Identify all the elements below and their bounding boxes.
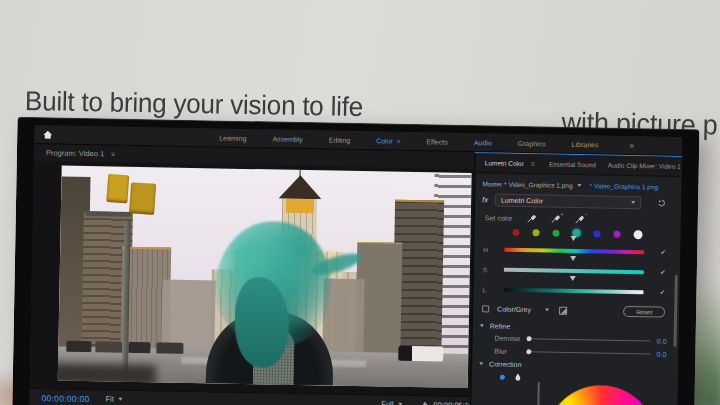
tower-spike (299, 170, 300, 178)
car (157, 343, 184, 354)
workspace-tab-color-label: Color (376, 137, 393, 144)
plus-mark: + (561, 211, 564, 217)
tab-essential-sound[interactable]: Essential Sound (549, 161, 596, 169)
blur-label: Blur (494, 348, 524, 356)
refine-label: Refine (490, 322, 510, 329)
swatch-green[interactable] (553, 229, 560, 236)
wheel-fader[interactable] (537, 382, 540, 405)
chevron-down-icon (631, 201, 635, 204)
saturation-slider-row: S ✓ (474, 260, 680, 282)
invert-mask-icon[interactable] (559, 306, 567, 314)
right-panel-tabs: Lumetri Color ≡ Essential Sound Audio Cl… (476, 153, 682, 177)
workspace-tab-audio[interactable]: Audio (461, 139, 505, 147)
tab-lumetri-color[interactable]: Lumetri Color (485, 159, 524, 167)
workspace-tab-assembly[interactable]: Assembly (259, 135, 315, 143)
playback-resolution-value: Full (381, 399, 393, 405)
chevron-down-icon[interactable] (578, 184, 582, 187)
zoom-level-select[interactable]: Fit (105, 394, 123, 403)
tower-roof (278, 175, 321, 199)
effect-row: fx Lumetri Color (475, 192, 681, 211)
hue-slider-handle[interactable] (570, 241, 578, 255)
denoise-value[interactable]: 0.0 (657, 338, 667, 345)
key-color-swatches (474, 225, 680, 241)
luminance-slider-row: L ✓ (473, 280, 679, 302)
fx-icon: fx (482, 195, 488, 204)
active-point-dot[interactable] (500, 374, 505, 379)
eyedropper-icon[interactable] (526, 213, 536, 224)
panel-menu-icon[interactable]: ≡ (531, 160, 535, 167)
panel-menu-icon[interactable]: ≡ (111, 150, 115, 157)
luminance-checkmark-icon[interactable]: ✓ (660, 289, 666, 297)
lumetri-color-panel: Lumetri Color ≡ Essential Sound Audio Cl… (469, 152, 682, 405)
home-icon[interactable] (42, 129, 53, 140)
chevron-down-icon[interactable] (545, 308, 549, 311)
premiere-window: Learning Assembly Editing Color≡ Effects… (29, 125, 682, 405)
playback-resolution-select[interactable]: Full (381, 399, 402, 405)
color-grey-row: Color/Grey Reset (473, 301, 679, 320)
current-timecode[interactable]: 00:00:00:00 (41, 393, 89, 404)
workspace-overflow-icon[interactable]: » (629, 141, 634, 150)
tab-lumetri-label: Lumetri Color (485, 159, 524, 167)
swatch-yellow[interactable] (533, 229, 540, 236)
monitor-bezel: Learning Assembly Editing Color≡ Effects… (12, 117, 699, 405)
blur-slider[interactable] (528, 351, 650, 354)
swatch-magenta[interactable] (613, 230, 620, 237)
workspace-tab-graphics[interactable]: Graphics (505, 140, 559, 148)
luminance-slider-handle[interactable] (569, 281, 577, 295)
taxi (398, 346, 443, 362)
denoise-slider-handle[interactable] (527, 336, 532, 341)
video-frame (58, 166, 472, 388)
reset-effect-icon[interactable] (657, 199, 666, 208)
saturation-slider[interactable] (504, 268, 644, 274)
workspace-tab-libraries[interactable]: Libraries (559, 141, 612, 149)
panel-area: Program: Video 1 ≡ (29, 144, 682, 405)
colorgrey-label[interactable]: Color/Grey (497, 306, 531, 314)
hue-label: H (483, 246, 491, 253)
color-wheel[interactable] (544, 384, 658, 405)
traffic-light-box (129, 182, 156, 215)
workspace-tab-color[interactable]: Color≡ (363, 137, 413, 145)
car (128, 342, 151, 353)
blur-slider-handle[interactable] (526, 349, 531, 354)
tab-audio-clip-mixer[interactable]: Audio Clip Mixer: Video 1 (608, 162, 681, 170)
swatch-white[interactable] (633, 230, 642, 239)
tower-lit-band (286, 199, 315, 213)
photo-tilt-group: Built to bring your vision to life with … (0, 0, 720, 405)
hue-slider-row: H ✓ (474, 240, 680, 262)
minus-mark: − (585, 211, 588, 217)
reset-button[interactable]: Reset (623, 306, 665, 318)
panel-menu-icon[interactable]: ≡ (397, 139, 401, 145)
workspace-tab-learning[interactable]: Learning (206, 134, 259, 142)
car (95, 341, 122, 352)
blur-value[interactable]: 0.0 (657, 351, 667, 358)
eyedropper-minus-icon[interactable]: − (574, 214, 584, 225)
luminance-slider[interactable] (503, 288, 643, 294)
hue-slider[interactable] (504, 248, 644, 254)
saturation-checkmark-icon[interactable]: ✓ (660, 269, 666, 277)
workspace-tab-editing[interactable]: Editing (316, 136, 364, 144)
clip-duration: 00:00:05:19 (433, 400, 473, 405)
foreground-blur (58, 363, 157, 386)
traffic-light-box (106, 173, 129, 202)
correction-label: Correction (489, 360, 521, 368)
settings-wrench-icon[interactable] (419, 401, 428, 405)
workspace-tab-effects[interactable]: Effects (413, 138, 460, 146)
clip-selector-row: Master * Video_Graphics 1.png * Video_Gr… (475, 177, 681, 194)
chevron-down-icon (119, 398, 123, 401)
denoise-slider[interactable] (529, 338, 651, 341)
selected-clip-label[interactable]: * Video_Graphics 1.png (590, 182, 659, 190)
chevron-down-icon (480, 324, 484, 327)
car (66, 341, 91, 352)
swatch-red[interactable] (513, 228, 520, 235)
master-clip-label[interactable]: Master * Video_Graphics 1.png (482, 180, 572, 189)
effect-select[interactable]: Lumetri Color (495, 194, 641, 210)
swatch-blue[interactable] (593, 230, 600, 237)
droplet-icon[interactable] (514, 372, 522, 381)
colorgrey-checkbox[interactable] (482, 305, 489, 312)
program-monitor-panel: Program: Video 1 ≡ (29, 144, 474, 405)
denoise-label: Denoise (495, 335, 525, 343)
eyedropper-plus-icon[interactable]: + (550, 214, 560, 225)
hue-checkmark-icon[interactable]: ✓ (660, 249, 666, 257)
saturation-slider-handle[interactable] (570, 261, 578, 275)
set-color-label: Set color (485, 214, 513, 222)
